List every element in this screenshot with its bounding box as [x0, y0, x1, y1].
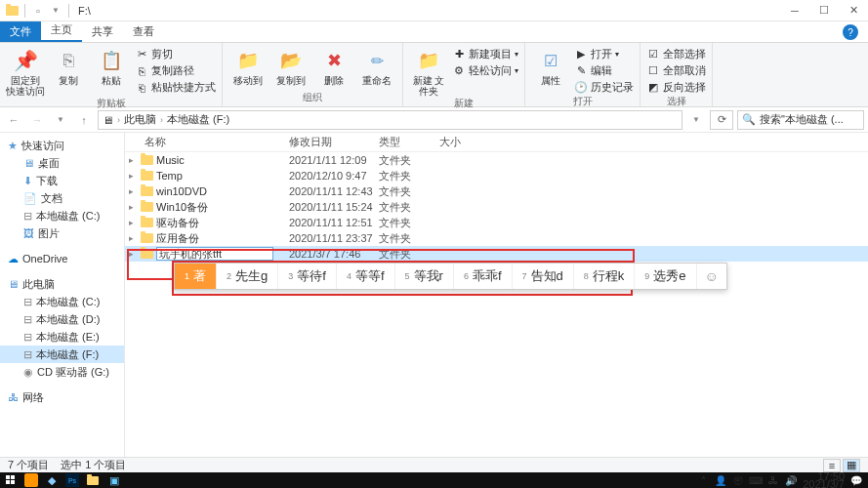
column-headers[interactable]: 名称 修改日期 类型 大小 — [125, 133, 868, 152]
file-row[interactable]: ▸Music2021/1/11 12:09文件夹 — [125, 152, 868, 168]
sidebar-onedrive[interactable]: ☁OneDrive — [0, 250, 124, 267]
ime-emoji-button[interactable]: ☺ — [697, 264, 726, 289]
help-icon[interactable]: ? — [843, 24, 858, 40]
ime-candidate[interactable]: 3等待f — [278, 264, 337, 289]
back-button[interactable]: ← — [4, 110, 23, 130]
titlebar: ▫ ▼ F:\ ─ ☐ ✕ — [0, 0, 868, 21]
ime-candidate[interactable]: 8行程k — [574, 264, 636, 289]
tray-notifications-icon[interactable]: 💬 — [850, 474, 862, 486]
file-row[interactable]: ▸驱动备份2020/11/11 12:51文件夹 — [125, 215, 868, 230]
status-bar: 7 个项目 选中 1 个项目 ≡ ▦ — [0, 457, 868, 472]
qat-dropdown-icon[interactable]: ▼ — [48, 3, 63, 19]
rename-input[interactable] — [156, 247, 273, 261]
address-bar: ← → ▼ ↑ 🖥 › 此电脑 › 本地磁盘 (F:) ▼ ⟳ 🔍搜索"本地磁盘… — [0, 107, 868, 133]
cut-button[interactable]: ✂剪切 — [135, 47, 216, 61]
pin-quickaccess-button[interactable]: 📌固定到 快速访问 — [6, 45, 45, 97]
newitem-button[interactable]: ✚新建项目 ▾ — [452, 47, 518, 61]
newfolder-button[interactable]: 📁新建 文件夹 — [409, 45, 448, 97]
start-button[interactable] — [0, 472, 21, 488]
tray-up-icon[interactable]: ˄ — [697, 474, 709, 486]
taskbar-app2[interactable]: ▣ — [103, 472, 125, 488]
tab-view[interactable]: 查看 — [123, 21, 164, 42]
sidebar-pictures[interactable]: 🖼图片 — [0, 224, 124, 242]
tray-ime-icon[interactable]: ㊥ — [732, 474, 744, 486]
sidebar-thispc[interactable]: 🖥此电脑 — [0, 275, 124, 293]
crumb-pc[interactable]: 此电脑 — [124, 112, 156, 127]
sidebar-network[interactable]: 🖧网络 — [0, 388, 124, 406]
refresh-button[interactable]: ⟳ — [710, 110, 733, 130]
tab-home[interactable]: 主页 — [41, 20, 82, 42]
tray-volume-icon[interactable]: 🔊 — [785, 474, 797, 486]
svg-rect-3 — [11, 480, 15, 484]
taskbar-photoshop[interactable]: Ps — [65, 473, 79, 487]
delete-button[interactable]: ✖删除 — [314, 45, 353, 86]
search-input[interactable]: 🔍搜索"本地磁盘 (... — [737, 110, 864, 130]
file-row[interactable]: ▸Temp2020/12/10 9:47文件夹 — [125, 168, 868, 183]
file-row[interactable]: ▸应用备份2020/11/11 23:37文件夹 — [125, 230, 868, 246]
properties-button[interactable]: ☑属性 — [531, 45, 570, 86]
paste-button[interactable]: 📋粘贴 — [92, 45, 131, 86]
qat-icon[interactable]: ▫ — [30, 3, 46, 19]
sidebar-disk-f[interactable]: ⊟本地磁盘 (F:) — [0, 346, 124, 363]
copyto-button[interactable]: 📂复制到 — [271, 45, 310, 86]
tab-file[interactable]: 文件 — [0, 21, 41, 42]
forward-button[interactable]: → — [27, 110, 47, 130]
selectall-button[interactable]: ☑全部选择 — [646, 47, 706, 61]
tray-network-icon[interactable]: 🖧 — [767, 474, 779, 486]
ime-candidate[interactable]: 7告知d — [513, 264, 574, 289]
file-row[interactable]: ▸win10DVD2020/11/11 12:43文件夹 — [125, 183, 868, 199]
rename-button[interactable]: ✏重命名 — [357, 45, 396, 86]
ime-candidate[interactable]: 1著 — [175, 264, 217, 289]
open-button[interactable]: ▶打开 ▾ — [574, 47, 634, 61]
sidebar-disk-d[interactable]: ⊟本地磁盘 (D:) — [0, 310, 124, 328]
taskbar-explorer[interactable] — [82, 472, 103, 488]
svg-rect-1 — [11, 475, 15, 479]
file-list: 名称 修改日期 类型 大小 ▸Music2021/1/11 12:09文件夹▸T… — [125, 133, 868, 463]
breadcrumb[interactable]: 🖥 › 此电脑 › 本地磁盘 (F:) — [98, 110, 682, 130]
tray-clock[interactable]: 17:502021/3/7 — [803, 472, 845, 488]
tab-share[interactable]: 共享 — [82, 21, 123, 42]
tray-ime2-icon[interactable]: ⌨ — [750, 474, 762, 486]
crumb-drive[interactable]: 本地磁盘 (F:) — [167, 112, 229, 127]
status-count: 7 个项目 — [8, 458, 49, 472]
sidebar: ★快速访问 🖥桌面 ⬇下载 📄文档 ⊟本地磁盘 (C:) 🖼图片 ☁OneDri… — [0, 133, 125, 463]
file-row[interactable]: ▸Win10备份2020/11/11 15:24文件夹 — [125, 199, 868, 215]
ime-candidate[interactable]: 2先生g — [217, 264, 278, 289]
selectnone-button[interactable]: ☐全部取消 — [646, 63, 706, 78]
ime-candidate[interactable]: 6乖乖f — [454, 264, 513, 289]
history-button[interactable]: 🕑历史记录 — [574, 80, 634, 95]
easyaccess-button[interactable]: ⚙轻松访问 ▾ — [452, 63, 518, 78]
sidebar-disk-e[interactable]: ⊟本地磁盘 (E:) — [0, 328, 124, 346]
taskbar-app[interactable]: ◆ — [41, 472, 62, 488]
up-button[interactable]: ↑ — [74, 110, 94, 130]
sidebar-desktop[interactable]: 🖥桌面 — [0, 154, 124, 172]
sidebar-disk-c[interactable]: ⊟本地磁盘 (C:) — [0, 293, 124, 310]
file-row-editing[interactable]: ▸2021/3/7 17:46文件夹 — [125, 246, 868, 262]
minimize-button[interactable]: ─ — [780, 0, 809, 21]
moveto-button[interactable]: 📁移动到 — [228, 45, 268, 86]
copy-button[interactable]: ⎘复制 — [49, 45, 88, 86]
edit-button[interactable]: ✎编辑 — [574, 63, 634, 78]
pasteshortcut-button[interactable]: ⎗粘贴快捷方式 — [135, 80, 216, 95]
taskbar-firefox[interactable] — [24, 473, 38, 487]
close-button[interactable]: ✕ — [839, 0, 868, 21]
sidebar-drive-c[interactable]: ⊟本地磁盘 (C:) — [0, 207, 124, 224]
group-organize-label: 组织 — [228, 91, 396, 106]
ime-candidate-bar[interactable]: 1著2先生g3等待f4等等f5等我r6乖乖f7告知d8行程k9选秀e☺ — [174, 263, 727, 290]
addr-dropdown[interactable]: ▼ — [686, 110, 706, 130]
tray-people-icon[interactable]: 👤 — [715, 474, 726, 486]
sidebar-documents[interactable]: 📄文档 — [0, 189, 124, 207]
recent-dropdown[interactable]: ▼ — [51, 110, 70, 130]
sidebar-quickaccess[interactable]: ★快速访问 — [0, 137, 124, 154]
sidebar-disk-g[interactable]: ◉CD 驱动器 (G:) — [0, 363, 124, 381]
copypath-button[interactable]: ⎘复制路径 — [135, 63, 216, 78]
invertselect-button[interactable]: ◩反向选择 — [646, 80, 706, 95]
maximize-button[interactable]: ☐ — [809, 0, 839, 21]
ime-candidate[interactable]: 4等等f — [337, 264, 395, 289]
sidebar-downloads[interactable]: ⬇下载 — [0, 172, 124, 189]
taskbar: ◆ Ps ▣ ˄ 👤 ㊥ ⌨ 🖧 🔊 17:502021/3/7 💬 — [0, 472, 868, 488]
ime-candidate[interactable]: 9选秀e — [635, 264, 696, 289]
ime-candidate[interactable]: 5等我r — [395, 264, 454, 289]
view-icons-button[interactable]: ▦ — [843, 459, 860, 472]
folder-icon — [4, 3, 20, 19]
